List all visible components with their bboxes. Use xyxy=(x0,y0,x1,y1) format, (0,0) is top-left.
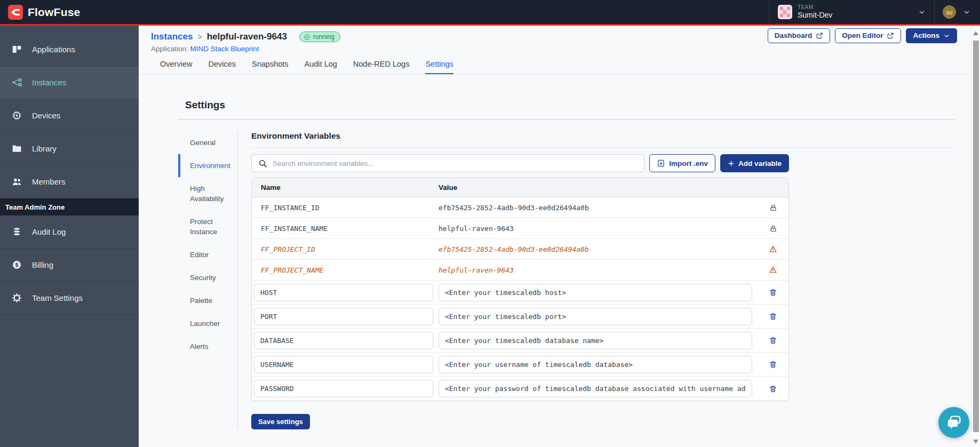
delete-variable-button[interactable] xyxy=(768,311,778,322)
svg-text:$: $ xyxy=(15,262,19,268)
env-var-name-input[interactable] xyxy=(254,356,433,373)
trash-icon xyxy=(769,360,777,369)
search-box xyxy=(251,154,644,172)
actions-button[interactable]: Actions xyxy=(906,28,957,43)
table-row: FF_PROJECT_ID efb75425-2852-4adb-90d3-ee… xyxy=(252,239,788,260)
sidebar-item-library[interactable]: Library xyxy=(0,132,139,165)
table-row: FF_PROJECT_NAME helpful-raven-9643 xyxy=(252,260,788,281)
sidebar-item-devices[interactable]: Devices xyxy=(0,99,139,132)
external-link-icon xyxy=(816,32,823,39)
tab-node-red-logs[interactable]: Node-RED Logs xyxy=(353,60,410,74)
table-row xyxy=(252,281,788,305)
delete-variable-button[interactable] xyxy=(768,384,778,394)
env-var-name-input[interactable] xyxy=(254,308,433,325)
trash-icon xyxy=(769,336,777,345)
search-input[interactable] xyxy=(273,159,638,167)
breadcrumb-separator: > xyxy=(197,33,202,41)
tab-audit-log[interactable]: Audit Log xyxy=(305,60,337,74)
environment-variables-table: Name Value FF_INSTANCE_ID efb75425-2852-… xyxy=(251,178,789,401)
dashboard-button-label: Dashboard xyxy=(775,31,812,40)
chat-widget-button[interactable] xyxy=(938,407,969,438)
env-var-value: efb75425-2852-4adb-90d3-ee0d26494a0b xyxy=(439,204,758,212)
application-line: Application: MIND Stack Blueprint xyxy=(151,45,971,53)
user-avatar: su xyxy=(943,5,956,19)
table-row: FF_INSTANCE_NAME helpful-raven-9643 xyxy=(252,218,788,239)
delete-variable-button[interactable] xyxy=(768,287,778,298)
env-var-value-input[interactable] xyxy=(439,308,752,325)
user-menu[interactable]: su xyxy=(934,0,980,24)
vertical-scrollbar[interactable] xyxy=(971,26,980,447)
save-settings-button[interactable]: Save settings xyxy=(251,414,310,429)
team-label: TEAM: xyxy=(798,4,832,11)
table-row xyxy=(252,329,788,353)
subnav-general[interactable]: General xyxy=(178,131,237,154)
sidebar-item-label: Applications xyxy=(32,45,75,54)
env-var-name: FF_PROJECT_ID xyxy=(252,245,439,253)
applications-icon xyxy=(11,44,22,55)
env-var-value-input[interactable] xyxy=(439,284,752,301)
import-env-button[interactable]: Import .env xyxy=(649,154,715,172)
page-header: Instances > helpful-raven-9643 running D… xyxy=(139,26,971,53)
sidebar-item-billing[interactable]: $ Billing xyxy=(0,249,139,282)
subnav-high-availability[interactable]: High Availability xyxy=(178,177,237,210)
sidebar-item-audit-log[interactable]: Audit Log xyxy=(0,215,139,249)
team-admin-zone-label: Team Admin Zone xyxy=(0,198,139,215)
tab-settings[interactable]: Settings xyxy=(425,60,453,74)
tab-devices[interactable]: Devices xyxy=(208,60,236,74)
scrollbar-down-arrow[interactable] xyxy=(973,440,978,444)
sidebar-item-team-settings[interactable]: Team Settings xyxy=(0,282,139,315)
external-link-icon xyxy=(887,32,894,39)
sidebar-item-applications[interactable]: Applications xyxy=(0,33,139,66)
team-selector[interactable]: TEAM: Sumit-Dev xyxy=(769,0,934,24)
env-var-name-input[interactable] xyxy=(254,380,433,397)
breadcrumb-instances-link[interactable]: Instances xyxy=(151,31,193,42)
sidebar-item-instances[interactable]: Instances xyxy=(0,66,139,99)
subnav-security[interactable]: Security xyxy=(178,266,237,289)
env-var-value-input[interactable] xyxy=(439,356,752,373)
application-link[interactable]: MIND Stack Blueprint xyxy=(190,45,259,53)
page-title-wrap: Settings xyxy=(178,75,956,119)
scrollbar-up-arrow[interactable] xyxy=(973,31,978,35)
sidebar-item-label: Library xyxy=(32,144,57,153)
actions-button-label: Actions xyxy=(913,31,939,40)
subnav-protect-instance[interactable]: Protect Instance xyxy=(178,210,237,243)
subnav-palette[interactable]: Palette xyxy=(178,289,237,312)
tab-overview[interactable]: Overview xyxy=(160,60,192,74)
breadcrumb-instance-name: helpful-raven-9643 xyxy=(207,31,287,42)
table-header: Name Value xyxy=(252,178,788,197)
delete-variable-button[interactable] xyxy=(768,359,778,370)
sidebar-item-label: Billing xyxy=(32,260,53,269)
flowfuse-logo[interactable]: FlowFuse xyxy=(0,5,80,20)
sidebar-item-label: Team Settings xyxy=(32,293,83,302)
chevron-down-icon xyxy=(943,33,950,39)
lock-icon xyxy=(769,204,777,212)
team-meta: TEAM: Sumit-Dev xyxy=(798,4,832,20)
subnav-alerts[interactable]: Alerts xyxy=(178,335,237,358)
scrollbar-thumb[interactable] xyxy=(973,41,979,432)
subnav-environment[interactable]: Environment xyxy=(178,154,237,177)
env-var-value-input[interactable] xyxy=(439,380,752,397)
subnav-launcher[interactable]: Launcher xyxy=(178,312,237,335)
env-var-name-input[interactable] xyxy=(254,284,433,301)
dashboard-button[interactable]: Dashboard xyxy=(768,28,831,43)
env-var-value: helpful-raven-9643 xyxy=(439,225,758,233)
column-header-name: Name xyxy=(252,183,439,191)
chevron-down-icon xyxy=(963,9,970,16)
dollar-icon: $ xyxy=(11,259,22,270)
sidebar-item-label: Instances xyxy=(32,78,66,87)
delete-variable-button[interactable] xyxy=(768,335,778,346)
column-header-value: Value xyxy=(439,183,758,191)
import-env-label: Import .env xyxy=(669,159,708,167)
tab-snapshots[interactable]: Snapshots xyxy=(252,60,289,74)
env-var-value-input[interactable] xyxy=(439,332,752,349)
subnav-editor[interactable]: Editor xyxy=(178,243,237,266)
table-row: FF_INSTANCE_ID efb75425-2852-4adb-90d3-e… xyxy=(252,197,788,218)
sidebar-item-members[interactable]: Members xyxy=(0,165,139,198)
env-var-name-input[interactable] xyxy=(254,332,433,349)
sidebar-item-label: Members xyxy=(32,177,66,186)
status-badge: running xyxy=(299,31,340,42)
flowfuse-logo-icon xyxy=(8,5,23,20)
open-editor-button[interactable]: Open Editor xyxy=(835,28,901,43)
settings-layout: General Environment High Availability Pr… xyxy=(178,131,956,429)
add-variable-button[interactable]: Add variable xyxy=(720,154,789,172)
